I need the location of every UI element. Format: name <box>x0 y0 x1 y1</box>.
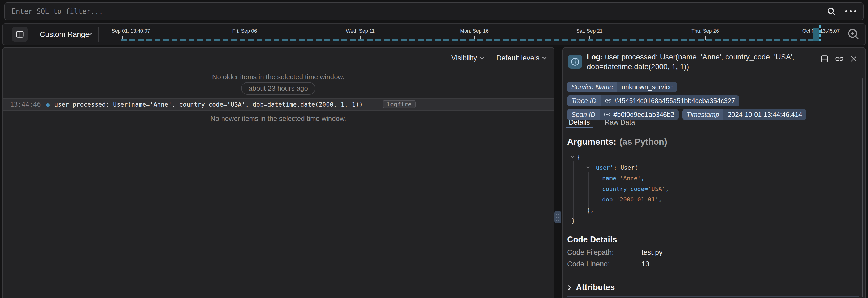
service-name-value: unknown_service <box>617 83 677 91</box>
timeline-tick <box>474 36 475 39</box>
chevron-down-icon <box>480 56 485 60</box>
visibility-dropdown[interactable]: Visibility <box>451 54 484 62</box>
log-tag-badge: logfire <box>382 100 416 108</box>
code-dob-key: dob= <box>602 196 616 203</box>
timeline-label: Wed, Sep 11 <box>346 28 375 34</box>
code-comma: , <box>658 196 662 203</box>
attributes-heading: Attributes <box>576 283 615 292</box>
code-open-brace: { <box>577 154 581 160</box>
code-name-key: name= <box>602 175 620 181</box>
timeline-dashed-baseline[interactable] <box>121 39 820 41</box>
dock-panel-icon[interactable] <box>820 55 829 63</box>
detail-panel-scrollbar[interactable] <box>862 78 863 297</box>
timeline-tick <box>360 36 361 39</box>
tab-raw-data[interactable]: Raw Data <box>603 117 637 128</box>
arguments-subheading: (as Python) <box>619 137 667 146</box>
timeline-label: Sat, Sep 21 <box>576 28 602 34</box>
arguments-heading-text: Arguments: <box>567 137 616 146</box>
code-lineno-value: 13 <box>642 260 649 268</box>
copy-link-icon[interactable] <box>835 55 844 63</box>
more-options-icon[interactable] <box>845 10 856 12</box>
code-comma: , <box>641 175 644 181</box>
code-name-value: 'Anne' <box>620 175 641 181</box>
info-icon <box>568 55 582 69</box>
service-name-badge: Service Name unknown_service <box>567 82 677 92</box>
sql-filter-input[interactable] <box>12 7 827 15</box>
collapse-chevron-icon[interactable] <box>571 155 574 158</box>
time-range-selector[interactable]: Custom Range <box>40 30 89 39</box>
log-detail-panel: Log: user processed: User(name='Anne', c… <box>562 47 866 298</box>
trace-id-label: Trace ID <box>567 95 600 106</box>
panel-resize-handle[interactable] <box>554 211 561 223</box>
detail-title-prefix: Log: <box>587 53 603 61</box>
code-details-heading: Code Details <box>567 235 617 244</box>
timeline-label: Mon, Sep 16 <box>460 28 489 34</box>
timeline-tick <box>122 36 123 39</box>
search-icon[interactable] <box>827 7 836 16</box>
log-list-panel: Visibility Default levels No older items… <box>2 47 554 298</box>
close-icon[interactable] <box>850 55 858 63</box>
time-ago-badge[interactable]: about 23 hours ago <box>241 82 315 95</box>
timeline-histogram-spike <box>813 28 819 41</box>
attributes-section-toggle[interactable]: Attributes <box>567 283 615 292</box>
timeline-bar: Custom Range Sep 01, 13:40:07 Fri, Sep 0… <box>2 23 866 45</box>
code-user-key: 'user' <box>592 164 613 171</box>
timeline-label-start: Sep 01, 13:40:07 <box>112 28 150 34</box>
timeline-label: Fri, Sep 06 <box>232 28 257 34</box>
no-older-items-note: No older items in the selected time wind… <box>3 73 554 81</box>
log-level-diamond-icon: ◆ <box>45 101 50 108</box>
timeline-tick <box>245 36 245 39</box>
code-user-call: User( <box>620 164 638 171</box>
timeline-label-end: Oct 01, 13:45:07 <box>803 28 840 34</box>
default-levels-label: Default levels <box>496 54 539 62</box>
log-row[interactable]: 13:44:46 ◆ user processed: User(name='An… <box>3 98 554 111</box>
detail-title-message: user processed: User(name='Anne', countr… <box>587 53 794 71</box>
metadata-badges: Service Name unknown_service Trace ID #4… <box>567 82 851 120</box>
code-filepath-value: test.py <box>642 249 663 257</box>
logfire-app: Custom Range Sep 01, 13:40:07 Fri, Sep 0… <box>0 0 868 298</box>
timeline-label: Thu, Sep 26 <box>691 28 719 34</box>
code-dob-value: '2000-01-01' <box>616 196 658 203</box>
detail-tabs: Details Raw Data <box>567 117 859 128</box>
arguments-heading: Arguments:(as Python) <box>567 137 667 147</box>
visibility-label: Visibility <box>451 54 477 62</box>
timeline-tick <box>589 36 590 39</box>
trace-id-value: #454514c0168a455a51bb4ceba354c327 <box>614 97 735 105</box>
log-list-header: Visibility Default levels <box>3 48 554 69</box>
code-country-key: country_code= <box>602 186 648 192</box>
service-name-label: Service Name <box>567 82 617 92</box>
log-message: user processed: User(name='Anne', countr… <box>54 101 363 108</box>
timebar-divider <box>98 27 99 42</box>
detail-title: Log: user processed: User(name='Anne', c… <box>587 52 802 72</box>
sql-filter-bar <box>4 2 864 21</box>
sidebar-toggle-button[interactable] <box>12 27 28 42</box>
no-newer-items-note: No newer items in the selected time wind… <box>3 114 554 123</box>
trace-link-icon[interactable] <box>605 97 612 104</box>
zoom-in-icon[interactable] <box>847 28 860 41</box>
section-divider <box>567 296 859 297</box>
timeline-selection-line[interactable] <box>819 26 820 41</box>
trace-id-badge: Trace ID #454514c0168a455a51bb4ceba354c3… <box>567 95 739 106</box>
collapse-chevron-icon[interactable] <box>586 165 590 169</box>
code-country-value: 'USA' <box>648 186 665 192</box>
chevron-right-icon <box>566 285 571 290</box>
indent-guide <box>573 161 574 224</box>
sidebar-panel-icon <box>16 30 24 38</box>
tab-details[interactable]: Details <box>567 117 591 128</box>
code-close-brace: } <box>571 218 575 224</box>
log-time: 13:44:46 <box>10 101 41 108</box>
default-levels-dropdown[interactable]: Default levels <box>496 54 546 62</box>
code-filepath-label: Code Filepath: <box>567 249 614 257</box>
code-lineno-label: Code Lineno: <box>567 260 610 268</box>
code-close-paren: ), <box>587 207 594 213</box>
code-sep: : <box>613 164 620 171</box>
timeline-tick <box>705 36 706 39</box>
chevron-down-icon <box>542 56 547 60</box>
code-comma: , <box>665 186 669 192</box>
